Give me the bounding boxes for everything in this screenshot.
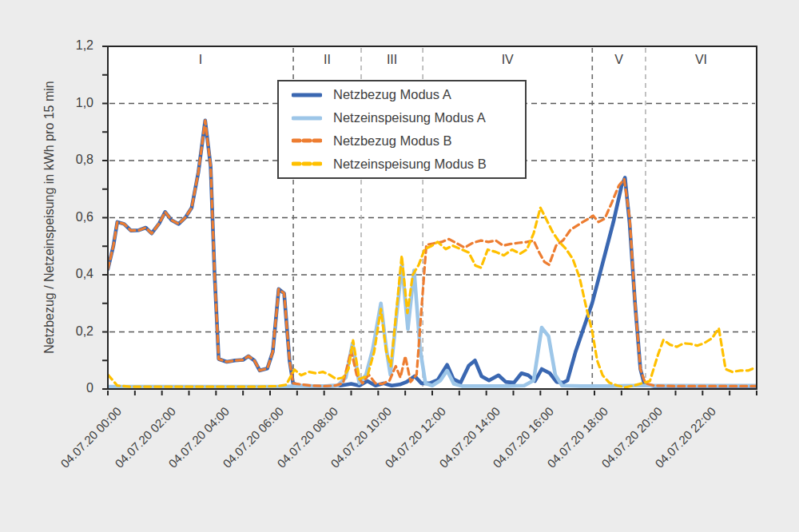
legend-swatch-line [292, 92, 322, 98]
legend-swatch-line [292, 161, 322, 167]
y-tick-label: 0,6 [46, 210, 93, 224]
legend-item: Netzeinspeisung Modus B [292, 153, 525, 175]
y-tick-label: 0,8 [46, 153, 93, 167]
y-tick-label: 1,2 [46, 38, 93, 53]
legend-swatch-line [292, 115, 322, 121]
region-label-I: I [199, 53, 202, 67]
legend-box: Netzbezug Modus ANetzeinspeisung Modus A… [277, 80, 527, 179]
y-tick-label: 0,4 [46, 267, 93, 281]
region-label-VI: VI [695, 53, 707, 67]
legend-item: Netzbezug Modus B [292, 129, 525, 152]
region-label-III: III [387, 53, 397, 67]
legend-item: Netzbezug Modus A [292, 84, 525, 106]
chart-page: Netzbezug / Netzeinspeisung in kWh pro 1… [0, 0, 799, 532]
legend-label: Netzbezug Modus B [333, 133, 452, 149]
legend-label: Netzeinspeisung Modus A [333, 110, 486, 125]
legend-label: Netzeinspeisung Modus B [333, 157, 487, 172]
region-label-IV: IV [502, 53, 514, 67]
region-label-V: V [614, 53, 623, 67]
region-label-II: II [324, 53, 331, 67]
legend-item: Netzeinspeisung Modus A [292, 107, 525, 129]
y-tick-label: 1,0 [46, 96, 93, 110]
legend-swatch-line [292, 137, 322, 144]
y-tick-label: 0 [46, 381, 93, 395]
legend-label: Netzbezug Modus A [333, 87, 451, 102]
y-tick-label: 0,2 [46, 324, 93, 339]
